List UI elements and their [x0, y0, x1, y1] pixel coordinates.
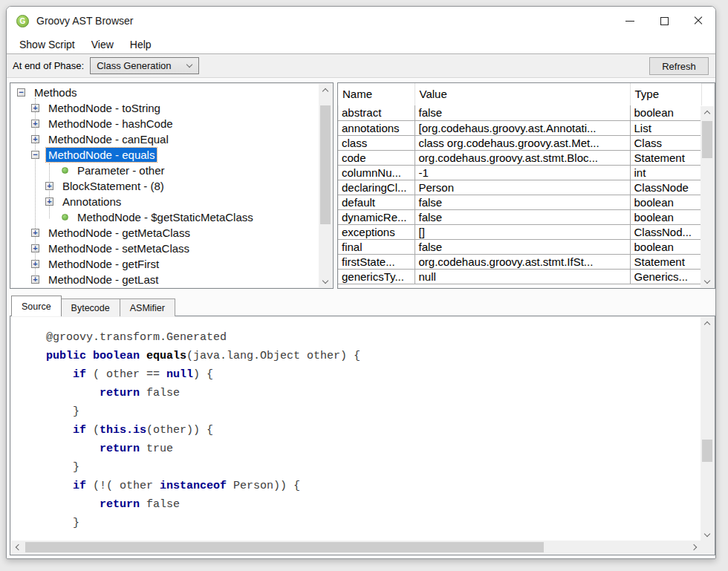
cell-value[interactable]: false [415, 195, 630, 209]
tree-item-label[interactable]: MethodNode - getFirst [46, 257, 161, 271]
scroll-right-button[interactable] [688, 541, 701, 554]
cell-name[interactable]: class [338, 135, 415, 150]
cell-type[interactable]: Statement [630, 254, 701, 269]
table-row[interactable]: codeorg.codehaus.groovy.ast.stmt.Bloc...… [338, 150, 701, 165]
cell-name[interactable]: annotations [338, 120, 415, 135]
cell-name[interactable]: columnNu... [338, 165, 415, 180]
column-header-value[interactable]: Value [415, 83, 630, 105]
refresh-button[interactable]: Refresh [649, 57, 709, 75]
expand-icon[interactable]: + [31, 275, 39, 284]
cell-type[interactable]: boolean [630, 209, 701, 224]
cell-type[interactable]: boolean [630, 195, 701, 209]
table-row[interactable]: classclass org.codehaus.groovy.ast.Met..… [338, 135, 701, 150]
collapse-icon[interactable]: − [17, 88, 25, 97]
table-row[interactable]: finalfalseboolean [338, 239, 701, 254]
tree-item[interactable]: −MethodNode - equals [10, 147, 319, 163]
tree-item[interactable]: +MethodNode - toString [10, 100, 319, 116]
properties-table-panel[interactable]: Name Value Type abstractfalsebooleananno… [337, 82, 715, 289]
table-row[interactable]: firstState...org.codehaus.groovy.ast.stm… [338, 254, 701, 269]
tree-item[interactable]: +MethodNode - getFirst [10, 256, 319, 272]
table-row[interactable]: defaultfalseboolean [338, 195, 701, 209]
code-horizontal-scrollbar[interactable] [11, 541, 701, 554]
tree-item[interactable]: +BlockStatement - (8) [10, 178, 319, 194]
collapse-icon[interactable]: − [31, 151, 39, 159]
tree-item-label[interactable]: MethodNode - toString [46, 101, 163, 115]
cell-value[interactable]: -1 [415, 165, 630, 180]
close-button[interactable] [681, 7, 715, 35]
cell-name[interactable]: final [338, 239, 415, 254]
minimize-button[interactable] [613, 7, 647, 35]
cell-name[interactable]: firstState... [338, 254, 415, 269]
cell-type[interactable]: Statement [630, 150, 701, 165]
scroll-down-button[interactable] [701, 275, 714, 287]
titlebar[interactable]: G Groovy AST Browser [7, 7, 715, 35]
ast-tree-panel[interactable]: −Methods+MethodNode - toString+MethodNod… [10, 82, 334, 289]
cell-value[interactable]: null [415, 269, 630, 284]
expand-icon[interactable]: + [31, 120, 39, 128]
tree-item[interactable]: +MethodNode - canEqual [10, 131, 319, 147]
cell-value[interactable]: org.codehaus.groovy.ast.stmt.Bloc... [415, 150, 630, 165]
cell-value[interactable]: false [415, 239, 630, 254]
cell-name[interactable]: abstract [338, 105, 415, 120]
tree-item-label[interactable]: MethodNode - hashCode [46, 117, 175, 131]
cell-value[interactable]: org.codehaus.groovy.ast.stmt.IfSt... [415, 254, 630, 269]
phase-dropdown[interactable]: Class Generation [90, 57, 199, 74]
scroll-left-button[interactable] [11, 541, 24, 554]
expand-icon[interactable]: + [45, 198, 53, 206]
tree-item-label[interactable]: MethodNode - canEqual [46, 132, 171, 146]
menu-item-show-script[interactable]: Show Script [11, 36, 83, 53]
tree-item[interactable]: −Methods [10, 85, 319, 100]
scroll-thumb[interactable] [25, 542, 544, 552]
scroll-down-button[interactable] [319, 275, 332, 287]
expand-icon[interactable]: + [31, 104, 39, 112]
tree-item-label[interactable]: MethodNode - setMetaClass [46, 241, 192, 255]
tree-item-label[interactable]: MethodNode - getLast [46, 273, 160, 287]
tab-asmifier[interactable]: ASMifier [120, 298, 175, 316]
table-row[interactable]: abstractfalseboolean [338, 105, 701, 120]
tab-bytecode[interactable]: Bytecode [61, 298, 120, 316]
cell-value[interactable]: Person [415, 180, 630, 195]
column-header-name[interactable]: Name [338, 83, 415, 105]
cell-value[interactable]: false [415, 209, 630, 224]
table-row[interactable]: declaringCl...PersonClassNode [338, 180, 701, 195]
tree-item-label[interactable]: Methods [32, 85, 79, 99]
scroll-thumb[interactable] [702, 121, 712, 158]
cell-name[interactable]: dynamicRe... [338, 209, 415, 224]
code-vertical-scrollbar[interactable] [701, 317, 714, 541]
table-row[interactable]: dynamicRe...falseboolean [338, 209, 701, 224]
column-header-type[interactable]: Type [630, 83, 701, 105]
tree-item[interactable]: +MethodNode - hashCode [10, 116, 319, 131]
cell-name[interactable]: genericsTy... [338, 269, 415, 284]
expand-icon[interactable]: + [31, 229, 39, 237]
tree-item-label[interactable]: MethodNode - getMetaClass [46, 226, 192, 240]
cell-type[interactable]: Class [630, 135, 701, 150]
tree-item[interactable]: +MethodNode - setMetaClass [10, 241, 319, 256]
tree-item-label[interactable]: Annotations [60, 195, 123, 209]
cell-value[interactable]: [org.codehaus.groovy.ast.Annotati... [415, 120, 630, 135]
tree-item[interactable]: +Annotations [10, 194, 319, 209]
expand-icon[interactable]: + [31, 244, 39, 252]
tree-scrollbar[interactable] [319, 84, 332, 287]
cell-type[interactable]: ClassNode [630, 180, 701, 195]
cell-type[interactable]: boolean [630, 105, 701, 120]
cell-type[interactable]: List [630, 120, 701, 135]
scroll-up-button[interactable] [701, 106, 714, 119]
tree-item[interactable]: MethodNode - $getStaticMetaClass [10, 209, 319, 225]
expand-icon[interactable]: + [45, 182, 53, 190]
cell-type[interactable]: int [630, 165, 701, 180]
tree-item-label[interactable]: MethodNode - equals [46, 148, 157, 162]
expand-icon[interactable]: + [31, 260, 39, 268]
tree-item-label[interactable]: BlockStatement - (8) [60, 179, 166, 193]
cell-value[interactable]: false [415, 105, 630, 120]
tree-item[interactable]: Parameter - other [10, 163, 319, 178]
tree-item[interactable]: +MethodNode - getLast [10, 272, 319, 287]
scroll-thumb[interactable] [320, 105, 331, 224]
tree-item-label[interactable]: Parameter - other [75, 163, 167, 177]
cell-value[interactable]: [] [415, 224, 630, 239]
table-row[interactable]: annotations[org.codehaus.groovy.ast.Anno… [338, 120, 701, 135]
cell-value[interactable]: class org.codehaus.groovy.ast.Met... [415, 135, 630, 150]
cell-name[interactable]: declaringCl... [338, 180, 415, 195]
tree-item[interactable]: +MethodNode - getMetaClass [10, 225, 319, 241]
menu-item-help[interactable]: Help [122, 36, 160, 53]
tree-item-label[interactable]: MethodNode - $getStaticMetaClass [75, 210, 256, 224]
